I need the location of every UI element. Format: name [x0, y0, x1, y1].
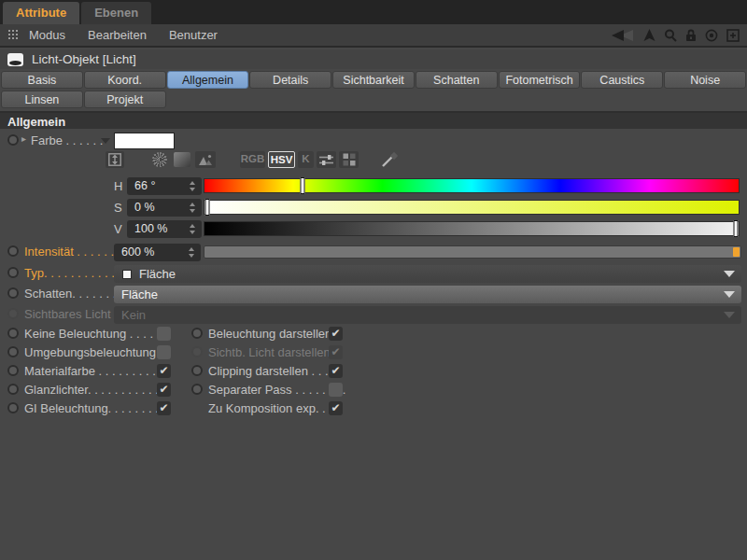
spinner-arrows-icon[interactable] — [190, 203, 196, 213]
image-icon[interactable] — [195, 151, 216, 168]
spinner-arrows-icon[interactable] — [189, 247, 195, 258]
tab-linsen[interactable]: Linsen — [1, 91, 83, 108]
hue-slider-handle[interactable] — [300, 177, 304, 194]
checkbox-clipping-darstellen[interactable]: ✔ — [329, 364, 343, 378]
tab-ebenen[interactable]: Ebenen — [81, 2, 151, 24]
keyframe-dot[interactable] — [7, 346, 19, 357]
color-swatch[interactable] — [114, 133, 175, 149]
value-slider[interactable] — [204, 221, 740, 236]
mode-hsv-button[interactable]: HSV — [268, 151, 295, 168]
menu-bar: Modus Bearbeiten Benutzer — [0, 24, 747, 48]
keyframe-dot[interactable] — [191, 384, 203, 395]
tab-koord[interactable]: Koord. — [84, 71, 166, 89]
tab-caustics[interactable]: Caustics — [581, 71, 663, 89]
intensity-slider[interactable] — [204, 245, 741, 259]
visible-light-dropdown: Kein — [114, 306, 741, 324]
mixer-icon[interactable] — [317, 151, 336, 168]
saturation-slider-handle[interactable] — [204, 199, 209, 216]
keyframe-dot[interactable] — [191, 328, 203, 339]
option-label: Sichtb. Licht darstellen — [208, 345, 331, 359]
checkbox-separater-pass[interactable]: ✔ — [329, 383, 343, 397]
option-label: Clipping darstellen . . . . — [208, 364, 335, 378]
keyframe-dot-visible-light — [7, 308, 19, 319]
option-row: Materialfarbe . . . . . . . . . . ✔ Clip… — [0, 362, 747, 382]
value-slider-row: V 100 % — [0, 219, 747, 239]
lock-icon[interactable] — [685, 29, 697, 42]
add-box-icon[interactable] — [726, 29, 740, 42]
hue-slider[interactable] — [204, 178, 740, 193]
color-wheel-icon[interactable] — [150, 151, 169, 168]
mode-k-button[interactable]: K — [298, 151, 314, 168]
checkbox-sichtb-licht-darstellen: ✔ — [329, 345, 343, 359]
checkbox-glanzlichter[interactable]: ✔ — [157, 383, 171, 397]
keyframe-dot-type[interactable] — [7, 267, 19, 278]
tab-allgemein[interactable]: Allgemein — [167, 71, 249, 89]
nav-arrow-icon[interactable] — [643, 29, 655, 42]
type-label: Typ. . . . . . . . . . . . — [24, 266, 121, 280]
back-arrow-icon[interactable] — [611, 29, 635, 42]
tab-projekt[interactable]: Projekt — [84, 91, 166, 108]
tab-attribute[interactable]: Attribute — [3, 2, 79, 24]
checkbox-keine-beleuchtung[interactable]: ✔ — [157, 327, 171, 341]
saturation-slider[interactable] — [204, 200, 740, 215]
spinner-arrows-icon[interactable] — [190, 181, 196, 191]
tab-sichtbarkeit[interactable]: Sichtbarkeit — [332, 71, 415, 89]
target-icon[interactable] — [705, 29, 718, 42]
parameter-tab-strip: Basis Koord. Allgemein Details Sichtbark… — [0, 70, 747, 109]
intensity-input[interactable]: 600 % — [114, 244, 201, 261]
light-object-icon — [7, 53, 23, 66]
color-label: Farbe . . . . . . — [31, 133, 103, 147]
hue-input[interactable]: 66 ° — [127, 177, 202, 195]
checkbox-beleuchtung-darstellen[interactable]: ✔ — [329, 327, 343, 341]
swatches-icon[interactable] — [339, 151, 359, 168]
drag-handle-icon[interactable] — [7, 29, 20, 41]
option-label: Separater Pass . . . . . . . . — [208, 383, 345, 397]
visible-light-label: Sichtbares Licht — [24, 307, 111, 321]
saturation-input[interactable]: 0 % — [127, 199, 202, 217]
tab-basis[interactable]: Basis — [1, 71, 83, 89]
keyframe-dot-intensity[interactable] — [7, 245, 19, 257]
tab-noise[interactable]: Noise — [664, 71, 746, 89]
option-label: Keine Beleuchtung . . . . . — [24, 327, 160, 341]
menu-bearbeiten[interactable]: Bearbeiten — [88, 28, 147, 42]
keyframe-dot-shadow[interactable] — [7, 287, 19, 299]
search-icon[interactable] — [664, 29, 677, 42]
keyframe-dot[interactable] — [7, 328, 19, 339]
keyframe-dot[interactable] — [7, 384, 19, 395]
value-slider-handle[interactable] — [734, 220, 739, 237]
keyframe-dot-farbe[interactable] — [7, 134, 19, 146]
intensity-slider-handle[interactable] — [733, 247, 740, 257]
menu-modus[interactable]: Modus — [29, 28, 65, 42]
keyframe-dot[interactable] — [7, 365, 19, 376]
keyframe-dot[interactable] — [191, 365, 203, 376]
checkbox-gi-beleuchtung[interactable]: ✔ — [157, 401, 171, 415]
type-dropdown[interactable]: Fläche — [114, 265, 741, 283]
option-label: Materialfarbe . . . . . . . . . . — [24, 364, 162, 378]
option-row: Glanzlichter. . . . . . . . . . . . ✔ Se… — [0, 381, 747, 400]
section-header-allgemein[interactable]: Allgemein — [0, 111, 747, 129]
option-label: Glanzlichter. . . . . . . . . . . . — [24, 383, 165, 397]
checkbox-umgebungsbeleuchtung[interactable]: ✔ — [157, 345, 171, 359]
value-input[interactable]: 100 % — [127, 220, 202, 238]
checkbox-zu-komposition-exp[interactable]: ✔ — [329, 401, 343, 415]
shadow-dropdown[interactable]: Fläche — [114, 286, 741, 303]
menu-benutzer[interactable]: Benutzer — [169, 28, 218, 42]
intensity-label: Intensität . . . . . . — [24, 245, 114, 259]
compact-view-icon[interactable] — [106, 151, 124, 168]
color-dropdown-arrow-icon[interactable] — [101, 138, 110, 144]
tab-details[interactable]: Details — [249, 71, 331, 89]
shadow-row: Schatten. . . . . . . Fläche — [0, 285, 747, 304]
intensity-row: Intensität . . . . . . 600 % — [0, 243, 747, 262]
spinner-arrows-icon[interactable] — [190, 224, 196, 234]
keyframe-dot[interactable] — [7, 402, 19, 413]
option-row: Keine Beleuchtung . . . . . ✔ Beleuchtun… — [0, 325, 747, 344]
expander-arrow-icon[interactable]: ▸ — [21, 133, 26, 144]
attribute-manager-panel: Attribute Ebenen Modus Bearbeiten Benutz… — [0, 0, 747, 560]
eyedropper-icon[interactable] — [377, 151, 402, 168]
mode-rgb-button[interactable]: RGB — [240, 151, 265, 168]
spectrum-icon[interactable] — [172, 151, 192, 168]
tab-fotometrisch[interactable]: Fotometrisch — [499, 71, 581, 89]
checkbox-materialfarbe[interactable]: ✔ — [157, 364, 171, 378]
option-label: GI Beleuchtung. . . . . . . . . — [24, 401, 165, 415]
tab-schatten[interactable]: Schatten — [416, 71, 498, 89]
